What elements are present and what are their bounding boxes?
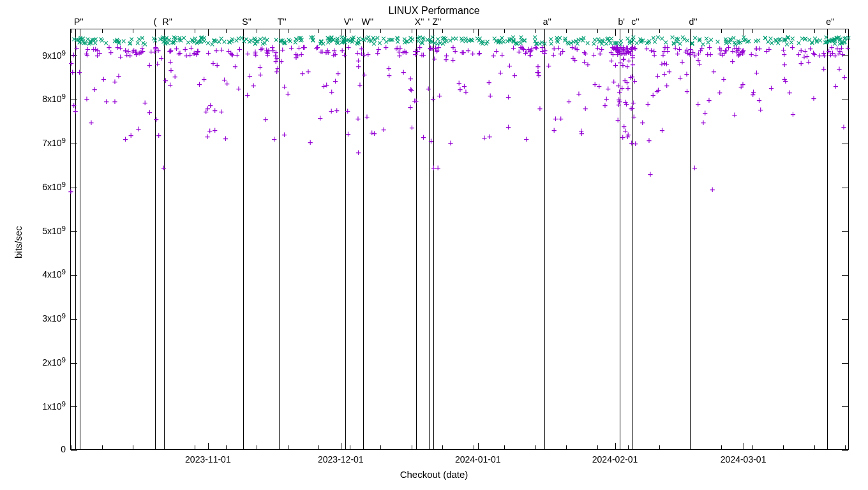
series1-point	[297, 34, 304, 41]
series2-point	[622, 50, 628, 57]
series2-point	[128, 132, 134, 138]
series1-point	[497, 38, 503, 44]
series2-point	[317, 115, 324, 121]
series1-point	[93, 36, 99, 42]
series2-point	[828, 44, 835, 50]
series2-point	[659, 127, 665, 133]
series1-point	[823, 39, 830, 45]
series1-point	[407, 34, 414, 41]
series1-point	[243, 36, 250, 42]
series2-point	[140, 48, 146, 54]
series2-point	[661, 71, 668, 77]
series2-point	[672, 45, 678, 51]
series1-point	[366, 37, 372, 43]
series2-point	[546, 63, 552, 69]
series1-point	[781, 37, 788, 43]
series1-point	[437, 40, 444, 46]
series1-point	[441, 34, 447, 41]
series1-point	[629, 38, 635, 45]
series2-point	[419, 52, 425, 58]
series1-point	[327, 37, 333, 43]
series1-point	[511, 37, 517, 43]
series2-point	[252, 48, 258, 55]
series2-point	[721, 76, 727, 82]
series2-point	[325, 49, 331, 56]
series1-point	[548, 40, 555, 47]
series2-point	[695, 57, 701, 63]
series2-point	[407, 75, 414, 82]
series2-point	[758, 107, 764, 113]
series2-point	[331, 47, 338, 54]
series1-point	[727, 36, 733, 42]
series2-point	[602, 102, 608, 108]
series1-point	[740, 37, 747, 43]
series2-point	[551, 127, 557, 133]
series2-point	[647, 171, 654, 177]
series1-point	[197, 38, 203, 45]
series2-point	[599, 46, 605, 52]
series1-point	[350, 36, 356, 43]
series1-point	[252, 36, 258, 43]
series1-point	[157, 36, 163, 42]
series2-point	[731, 45, 738, 51]
series1-point	[383, 38, 389, 45]
series1-point	[201, 38, 207, 44]
series1-point	[466, 37, 472, 43]
series2-point	[167, 48, 174, 54]
series1-point	[497, 37, 503, 43]
series2-point	[117, 45, 123, 51]
series2-point	[660, 52, 666, 58]
series2-point	[177, 50, 183, 56]
series2-point	[332, 51, 338, 57]
series1-point	[126, 40, 133, 47]
series2-point	[722, 47, 729, 54]
event-vline	[827, 29, 828, 449]
series2-point	[519, 45, 525, 51]
series2-point	[250, 82, 257, 89]
series1-point	[578, 36, 584, 42]
event-vline	[345, 29, 346, 449]
series1-point	[160, 35, 166, 41]
series1-point	[172, 34, 179, 41]
series2-point	[528, 47, 534, 54]
series2-point	[314, 44, 320, 50]
series1-point	[608, 35, 615, 41]
series1-point	[348, 35, 355, 41]
series2-point	[557, 50, 564, 57]
series2-point	[167, 48, 173, 54]
series2-point	[585, 61, 591, 68]
series2-point	[204, 105, 211, 112]
series1-point	[194, 40, 200, 46]
series2-point	[153, 45, 159, 52]
series1-point	[292, 39, 299, 45]
series2-point	[207, 128, 213, 134]
series1-point	[521, 37, 528, 43]
series1-point	[484, 38, 491, 45]
series2-point	[273, 58, 279, 64]
series1-point	[468, 36, 474, 43]
event-label: S''	[242, 17, 251, 27]
series1-point	[354, 40, 360, 46]
series2-point	[753, 45, 760, 52]
series1-point	[832, 40, 838, 47]
series1-point	[394, 35, 401, 41]
series2-point	[654, 73, 661, 79]
series1-point	[518, 40, 524, 46]
series2-point	[71, 102, 77, 108]
series2-point	[789, 111, 796, 117]
series2-point	[133, 48, 140, 55]
series2-point	[650, 92, 656, 98]
series1-point	[257, 36, 264, 42]
series2-point	[401, 48, 408, 54]
series2-point	[535, 72, 542, 78]
series2-point	[296, 45, 303, 51]
series2-point	[266, 47, 272, 54]
series1-point	[799, 35, 805, 41]
event-label: P''	[74, 17, 84, 27]
y-tick-label: 2x109	[42, 355, 71, 368]
series2-point	[269, 44, 276, 50]
series1-point	[708, 36, 714, 43]
series2-point	[534, 45, 540, 51]
series2-point	[628, 45, 634, 52]
series2-point	[663, 61, 670, 67]
